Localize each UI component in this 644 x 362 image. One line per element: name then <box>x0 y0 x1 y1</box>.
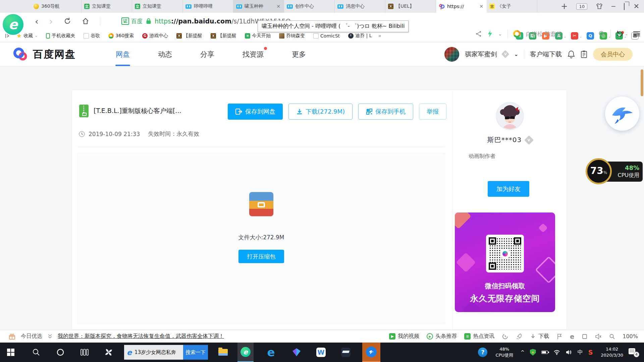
bookmark-diqiao[interactable]: 迪乔 | L <box>346 33 374 39</box>
tab-bilibili[interactable]: 哔哩哔哩 <box>183 0 233 13</box>
lightning-accelerate-icon[interactable] <box>487 30 493 38</box>
tray-expand-caret[interactable]: ^ <box>521 350 525 355</box>
open-archive-button[interactable]: 打开压缩包 <box>238 250 284 263</box>
close-window-button[interactable]: ✕ <box>633 2 639 10</box>
nav-pan[interactable]: 网盘 <box>116 42 130 66</box>
forward-button[interactable]: › <box>49 17 53 26</box>
bookmark-game-center[interactable]: G 游戏中心 <box>140 33 170 39</box>
bookmark-favorites[interactable]: ★ 收藏 ⌄ <box>14 33 40 39</box>
undo-button[interactable]: ⌄ <box>616 31 628 37</box>
tab-creation-center[interactable]: 创作中心 <box>284 0 335 13</box>
taskbar-search-widget[interactable]: e 13岁少女网恋私奔 搜索一下 <box>124 345 208 360</box>
tab-lizhi-1[interactable]: 立 立知课堂 <box>82 0 132 13</box>
nav-find-resources[interactable]: 找资源 <box>243 42 264 66</box>
tab-baidu-pan-active[interactable]: https:// ✕ <box>436 0 487 13</box>
ime-indicator[interactable]: 中 <box>578 349 583 356</box>
double-chevron-down-icon[interactable] <box>48 334 52 339</box>
tab-nvzi[interactable]: 古 《女子 <box>487 0 537 13</box>
nav-more[interactable]: 更多 <box>292 42 306 66</box>
chevron-down-icon[interactable]: ⌄ <box>625 32 628 36</box>
theme-shirt-icon[interactable] <box>596 3 603 9</box>
speaker-icon[interactable] <box>566 350 572 355</box>
pinwheel-app-icon[interactable] <box>100 343 117 362</box>
bookmark-google[interactable]: 谷歌 <box>82 33 102 39</box>
headline-recommend-button[interactable]: ▶ 头条推荐 <box>427 333 457 340</box>
taskbar-clock[interactable]: 14:02 2020/3/30 <box>601 346 623 358</box>
baidu-pan-logo[interactable]: 百度网盘 <box>12 47 76 62</box>
sogou-icon[interactable]: S <box>588 349 593 356</box>
taskbar-search-icon[interactable] <box>28 343 44 362</box>
flag-report-icon[interactable] <box>556 334 562 340</box>
share-icon[interactable] <box>475 31 482 37</box>
nav-share[interactable]: 分享 <box>200 42 214 66</box>
site-cert-badge[interactable]: 证 百度 <box>121 17 143 25</box>
cortana-icon[interactable] <box>52 343 68 362</box>
edge-taskbar-icon[interactable]: e <box>263 343 279 362</box>
tab-close-icon[interactable]: ✕ <box>276 4 281 9</box>
wps-taskbar-icon[interactable]: W <box>313 343 329 362</box>
thunder-bird-float-button[interactable] <box>605 97 639 131</box>
chevron-down-icon[interactable]: ⌄ <box>514 51 518 57</box>
restore-button[interactable] <box>624 3 625 10</box>
mute-icon[interactable] <box>595 334 602 340</box>
ie-mode-icon[interactable]: e <box>570 333 574 340</box>
tab-360-nav[interactable]: 360导航 <box>31 0 82 13</box>
battery-icon[interactable] <box>541 351 548 354</box>
https-lock-icon[interactable] <box>146 18 151 24</box>
help-question-icon[interactable]: ? <box>478 348 487 357</box>
wifi-icon[interactable] <box>553 350 560 355</box>
taskbar-search-query[interactable]: 13岁少女网恋私奔 <box>132 349 183 356</box>
360-browser-taskbar-icon[interactable]: e <box>237 343 254 362</box>
bookmark-360-search[interactable]: 360搜索 <box>106 33 136 39</box>
client-download-link[interactable]: 客户端下载 <box>530 50 562 59</box>
download-button[interactable]: 下载(272.9M) <box>288 104 353 120</box>
task-view-icon[interactable] <box>76 343 93 362</box>
tab-close-icon[interactable]: ✕ <box>479 4 484 9</box>
download-manager-button[interactable]: 下载 <box>530 333 549 340</box>
new-tab-button[interactable]: + <box>561 2 568 11</box>
tab-lizhi-2[interactable]: 立 立知课堂 <box>132 0 183 13</box>
memory-gauge[interactable]: 73 % <box>586 158 612 184</box>
winrar-file-icon[interactable] <box>249 192 273 216</box>
vip-center-button[interactable]: 会员中心 <box>593 48 633 61</box>
find-icon[interactable] <box>609 334 615 340</box>
tab-count-badge[interactable]: 10 <box>576 3 587 10</box>
thunder-kite-icon[interactable] <box>288 343 305 362</box>
bookmark-jonathan[interactable]: 乔纳森变 <box>277 33 307 39</box>
tab-xiaoyu[interactable]: 啸玉种种 ✕ <box>233 0 284 13</box>
bookmark-reminder-1[interactable]: 【新提醒 <box>174 33 204 39</box>
history-refresh-icon[interactable] <box>502 333 508 340</box>
antivirus-shield-icon[interactable]: + <box>530 349 536 356</box>
tab-message-center[interactable]: 消息中心 <box>335 0 385 13</box>
search-icon[interactable] <box>598 31 605 37</box>
qr-promo-banner[interactable]: 微信扫码领取 永久无限存储空间 <box>455 213 555 312</box>
my-videos-button[interactable]: ▶ 我的视频 <box>389 333 419 340</box>
minimize-button[interactable]: ─ <box>611 3 615 10</box>
clipboard-icon[interactable] <box>581 50 587 58</box>
file-explorer-icon[interactable] <box>215 343 231 362</box>
page-scrollbar-thumb[interactable] <box>641 69 643 96</box>
save-to-pan-button[interactable]: 保存到网盘 <box>228 104 283 120</box>
daily-picks-label[interactable]: 今日优选 <box>21 333 42 340</box>
tab-uel[interactable]: 【UEL】 <box>385 0 436 13</box>
report-button[interactable]: 举报 <box>419 104 446 120</box>
news-ticker-link[interactable]: 我的世界：新版本探究，食物将无法恢复生命值，武器伤害全体下调！ <box>58 333 224 340</box>
flashing-bird-app-icon[interactable] <box>362 343 380 362</box>
browser-logo[interactable]: e <box>3 14 23 35</box>
save-to-phone-button[interactable]: 保存到手机 <box>358 104 413 120</box>
uploader-avatar[interactable] <box>496 102 524 130</box>
bookmark-reminder-2[interactable]: 【新提醒 <box>209 33 238 39</box>
taskbar-search-button[interactable]: 搜索一下 <box>183 345 208 360</box>
start-button[interactable] <box>3 343 19 362</box>
zoom-level[interactable]: 100% <box>623 333 638 340</box>
action-center-icon[interactable]: 4 <box>629 347 639 357</box>
refresh-button[interactable] <box>64 17 71 25</box>
360-search-logo-icon[interactable] <box>513 30 521 38</box>
bell-icon[interactable] <box>568 50 575 58</box>
user-avatar[interactable] <box>444 47 459 62</box>
nav-feed[interactable]: 动态 <box>158 42 172 66</box>
toolbar-search-input[interactable]: 白岩松 防蠢货 <box>526 30 593 38</box>
home-button[interactable] <box>82 17 89 25</box>
bookmark-mobile-favorites[interactable]: 手机收藏夹 <box>44 33 77 39</box>
tray-cpu-usage[interactable]: 48% CPU使用 <box>495 346 513 358</box>
